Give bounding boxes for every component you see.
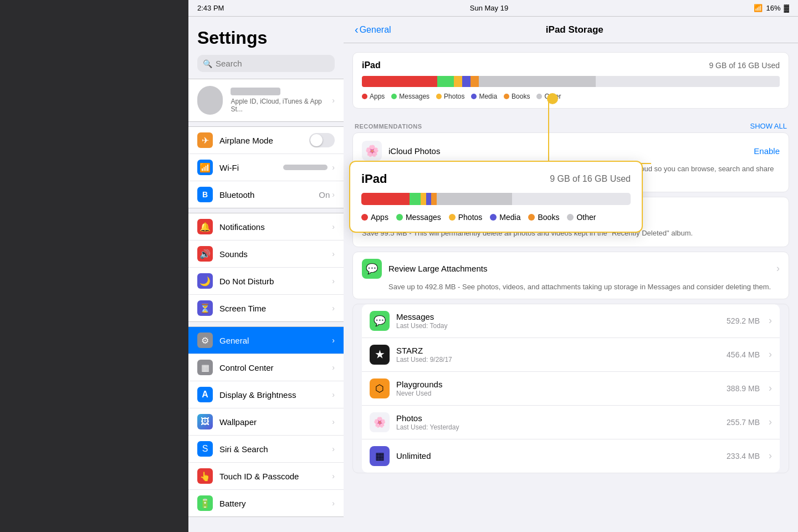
show-all-button[interactable]: SHOW ALL — [750, 122, 787, 130]
storage-tooltip: iPad 9 GB of 16 GB Used AppsMessagesPhot… — [349, 161, 643, 233]
wallpaper-chevron: › — [332, 417, 335, 426]
battery-chevron: › — [332, 499, 335, 508]
tooltip-device-name: iPad — [361, 172, 387, 186]
sidebar-item-notifications[interactable]: 🔔 Notifications › — [188, 213, 344, 241]
messages-app-name: Messages — [396, 312, 720, 321]
review-attachments-icon: 💬 — [362, 259, 382, 279]
touchid-label: Touch ID & Passcode — [219, 472, 332, 481]
app-row-photos[interactable]: 🌸 Photos Last Used: Yesterday 255.7 MB › — [362, 406, 780, 439]
screentime-icon: ⏳ — [197, 300, 213, 316]
donotdisturb-icon: 🌙 — [197, 273, 213, 289]
storage-callout-dot — [547, 93, 558, 104]
photos-app-icon: 🌸 — [370, 412, 390, 432]
review-attachments-chevron: › — [776, 263, 780, 274]
tooltip-legend-item: Apps — [361, 213, 388, 222]
wifi-icon: 📶 — [754, 4, 763, 12]
app-row-messages[interactable]: 💬 Messages Last Used: Today 529.2 MB › — [362, 304, 780, 338]
profile-name-blur — [231, 88, 280, 95]
playgrounds-app-name: Playgrounds — [396, 380, 720, 389]
profile-subtitle: Apple ID, iCloud, iTunes & App St... — [231, 98, 324, 113]
sidebar-item-siri[interactable]: S Siri & Search › — [188, 436, 344, 463]
photos-size: 255.7 MB — [727, 418, 760, 427]
donotdisturb-chevron: › — [332, 277, 335, 285]
storage-used: 9 GB of 16 GB Used — [709, 61, 780, 70]
search-input[interactable] — [216, 59, 329, 68]
display-icon: A — [197, 387, 213, 402]
wifi-chevron: › — [332, 163, 335, 172]
wifi-label: Wi-Fi — [219, 163, 283, 172]
app-row-unlimited[interactable]: ▦ Unlimited 233.4 MB › — [362, 439, 780, 473]
sidebar-item-donotdisturb[interactable]: 🌙 Do Not Disturb › — [188, 268, 344, 295]
search-bar[interactable]: 🔍 — [197, 55, 335, 72]
sidebar-item-battery[interactable]: 🔋 Battery › — [188, 490, 344, 516]
page-title: iPad Storage — [396, 24, 787, 35]
starz-size: 456.4 MB — [727, 350, 760, 359]
sidebar-item-airplane[interactable]: ✈ Airplane Mode — [188, 127, 344, 154]
unlimited-size: 233.4 MB — [727, 452, 760, 461]
content-header: ‹ General iPad Storage — [344, 17, 798, 43]
tooltip-legend-item: Books — [528, 213, 559, 222]
battery-icon: 🔋 — [197, 495, 213, 511]
playgrounds-app-info: Playgrounds Never Used — [396, 380, 720, 397]
sidebar-item-touchid[interactable]: 👆 Touch ID & Passcode › — [188, 463, 344, 490]
sidebar-item-bluetooth[interactable]: B Bluetooth On › — [188, 181, 344, 208]
sounds-icon: 🔊 — [197, 246, 213, 262]
notifications-label: Notifications — [219, 222, 332, 232]
legend-item: Messages — [391, 93, 429, 100]
playgrounds-chevron: › — [769, 382, 772, 394]
storage-legend: AppsMessagesPhotosMediaBooksOther — [362, 93, 780, 100]
sidebar-item-screentime[interactable]: ⏳ Screen Time › — [188, 295, 344, 321]
status-bar: 2:43 PM Sun May 19 📶 16% ▓ — [188, 0, 798, 17]
settings-group-alerts: 🔔 Notifications › 🔊 Sounds › 🌙 Do Not Di… — [188, 213, 344, 322]
tooltip-legend-item: Other — [567, 213, 596, 222]
sidebar-item-general[interactable]: ⚙ General › — [188, 327, 344, 354]
app-row-playgrounds[interactable]: ⬡ Playgrounds Never Used 388.9 MB › — [362, 372, 780, 406]
controlcenter-icon: ▦ — [197, 360, 213, 375]
wallpaper-icon: 🖼 — [197, 414, 213, 429]
airplane-icon: ✈ — [197, 132, 213, 148]
storage-card: iPad 9 GB of 16 GB Used AppsMessagesPhot… — [352, 52, 789, 109]
sidebar-item-wallpaper[interactable]: 🖼 Wallpaper › — [188, 408, 344, 436]
tooltip-legend: AppsMessagesPhotosMediaBooksOther — [361, 213, 631, 222]
legend-item: Apps — [362, 93, 385, 100]
controlcenter-chevron: › — [332, 363, 335, 372]
starz-app-icon: ★ — [370, 345, 390, 365]
battery-level: 16% — [766, 4, 780, 12]
photos-last-used: Last Used: Yesterday — [396, 423, 720, 431]
messages-last-used: Last Used: Today — [396, 322, 720, 330]
icloud-photos-enable[interactable]: Enable — [754, 146, 780, 156]
profile-text: Apple ID, iCloud, iTunes & App St... — [231, 88, 324, 113]
airplane-toggle[interactable] — [309, 133, 335, 147]
app-row-starz[interactable]: ★ STARZ Last Used: 9/28/17 456.4 MB › — [362, 338, 780, 372]
search-icon: 🔍 — [203, 59, 212, 68]
tooltip-legend-item: Media — [490, 213, 520, 222]
photos-app-name: Photos — [396, 413, 720, 423]
sidebar-item-displaybrightness[interactable]: A Display & Brightness › — [188, 381, 344, 408]
wifi-value-blur — [283, 165, 328, 170]
icloud-photos-icon: 🌸 — [362, 141, 382, 161]
siri-label: Siri & Search — [219, 444, 332, 454]
sidebar-item-sounds[interactable]: 🔊 Sounds › — [188, 241, 344, 268]
wifi-icon: 📶 — [197, 160, 213, 175]
unlimited-app-icon: ▦ — [370, 446, 390, 466]
settings-group-display: ⚙ General › ▦ Control Center › A Display… — [188, 326, 344, 517]
back-button[interactable]: ‹ General — [355, 23, 391, 36]
status-date: Sun May 19 — [470, 4, 508, 12]
general-chevron: › — [332, 336, 335, 345]
general-icon: ⚙ — [197, 332, 213, 348]
general-label: General — [219, 336, 332, 345]
siri-icon: S — [197, 441, 213, 457]
storage-bar — [362, 76, 780, 87]
profile-row[interactable]: Apple ID, iCloud, iTunes & App St... › — [188, 79, 344, 122]
storage-device-name: iPad — [362, 60, 381, 70]
sidebar-item-controlcenter[interactable]: ▦ Control Center › — [188, 354, 344, 381]
status-time: 2:43 PM — [197, 4, 224, 12]
sidebar-item-wifi[interactable]: 📶 Wi-Fi › — [188, 154, 344, 181]
tooltip-legend-item: Messages — [396, 213, 441, 222]
review-attachments-card[interactable]: 💬 Review Large Attachments › Save up to … — [352, 252, 789, 299]
unlimited-app-info: Unlimited — [396, 451, 720, 461]
starz-chevron: › — [769, 349, 772, 360]
back-chevron-icon: ‹ — [355, 23, 359, 36]
recommendations-label: RECOMMENDATIONS — [355, 123, 422, 130]
notifications-chevron: › — [332, 222, 335, 231]
